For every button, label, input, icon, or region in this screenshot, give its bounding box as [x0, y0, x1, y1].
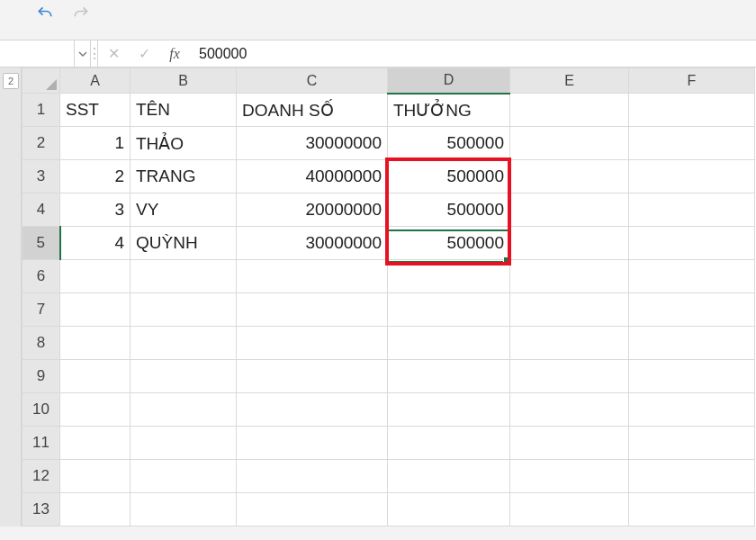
cell[interactable]: [629, 94, 755, 127]
name-box[interactable]: [0, 40, 75, 67]
cell[interactable]: [60, 260, 130, 293]
col-header-f[interactable]: F: [629, 68, 755, 94]
cell[interactable]: [629, 427, 755, 460]
cell[interactable]: [130, 293, 237, 327]
cell[interactable]: [388, 493, 510, 526]
cell[interactable]: 1: [60, 127, 130, 160]
cell[interactable]: [388, 327, 510, 360]
cell[interactable]: [130, 260, 237, 293]
cell[interactable]: [629, 493, 755, 526]
undo-icon[interactable]: [36, 4, 54, 22]
col-header-c[interactable]: C: [237, 68, 388, 94]
redo-icon[interactable]: [72, 4, 90, 22]
cell[interactable]: [510, 427, 629, 460]
cell[interactable]: [510, 94, 629, 127]
row-header[interactable]: 2: [22, 127, 60, 160]
cell[interactable]: 500000: [388, 160, 510, 194]
cell[interactable]: [510, 227, 629, 260]
fx-icon[interactable]: fx: [159, 40, 190, 67]
cell[interactable]: THƯỞNG: [388, 94, 510, 127]
cell[interactable]: [510, 327, 629, 360]
cell[interactable]: SST: [60, 94, 130, 127]
cell[interactable]: 30000000: [237, 127, 388, 160]
cell[interactable]: [510, 393, 629, 427]
cell[interactable]: 500000: [388, 227, 510, 260]
cell[interactable]: [237, 293, 388, 327]
cell[interactable]: [60, 460, 130, 493]
cell[interactable]: [130, 327, 237, 360]
cell[interactable]: [388, 360, 510, 393]
formula-bar-input[interactable]: 500000: [190, 40, 756, 67]
row-header[interactable]: 6: [22, 260, 60, 293]
cell[interactable]: [510, 160, 629, 194]
cell[interactable]: QUỲNH: [130, 227, 237, 260]
cell[interactable]: [388, 427, 510, 460]
cell[interactable]: [237, 393, 388, 427]
cell[interactable]: TÊN: [130, 94, 237, 127]
row-header[interactable]: 8: [22, 327, 60, 360]
worksheet-area[interactable]: 2 A B C D E F 1 SST TÊN DOANH SỐ THƯỞNG …: [0, 68, 756, 526]
cell[interactable]: [629, 293, 755, 327]
row-header[interactable]: 11: [22, 427, 60, 460]
cell[interactable]: 30000000: [237, 227, 388, 260]
col-header-a[interactable]: A: [60, 68, 130, 94]
select-all-corner[interactable]: [22, 68, 60, 94]
row-header[interactable]: 4: [22, 194, 60, 227]
cell[interactable]: [60, 327, 130, 360]
cell[interactable]: VY: [130, 194, 237, 227]
cell[interactable]: [60, 493, 130, 526]
cell[interactable]: [130, 360, 237, 393]
row-header[interactable]: 3: [22, 160, 60, 194]
cell[interactable]: [629, 327, 755, 360]
cell[interactable]: 3: [60, 194, 130, 227]
enter-formula-icon[interactable]: ✓: [129, 40, 159, 67]
cell[interactable]: [629, 360, 755, 393]
cell[interactable]: [629, 127, 755, 160]
col-header-e[interactable]: E: [510, 68, 629, 94]
cell[interactable]: 2: [60, 160, 130, 194]
cell[interactable]: [510, 493, 629, 526]
row-header[interactable]: 5: [22, 227, 60, 260]
cell[interactable]: [510, 127, 629, 160]
cell[interactable]: [629, 194, 755, 227]
cell[interactable]: [510, 293, 629, 327]
row-header[interactable]: 10: [22, 393, 60, 427]
cancel-formula-icon[interactable]: ✕: [98, 40, 129, 67]
cell[interactable]: [60, 360, 130, 393]
cell[interactable]: [237, 327, 388, 360]
spreadsheet-grid[interactable]: A B C D E F 1 SST TÊN DOANH SỐ THƯỞNG 2 …: [22, 68, 755, 526]
cell[interactable]: [237, 427, 388, 460]
cell[interactable]: 4: [60, 227, 130, 260]
row-header[interactable]: 13: [22, 493, 60, 526]
cell[interactable]: 40000000: [237, 160, 388, 194]
cell[interactable]: [510, 194, 629, 227]
cell[interactable]: [510, 260, 629, 293]
cell[interactable]: [60, 393, 130, 427]
cell[interactable]: [130, 460, 237, 493]
cell[interactable]: 500000: [388, 127, 510, 160]
col-header-b[interactable]: B: [130, 68, 237, 94]
row-header[interactable]: 1: [22, 94, 60, 127]
cell[interactable]: [237, 260, 388, 293]
cell[interactable]: DOANH SỐ: [237, 94, 388, 127]
row-header[interactable]: 7: [22, 293, 60, 327]
cell[interactable]: [388, 293, 510, 327]
cell[interactable]: [130, 427, 237, 460]
cell[interactable]: [388, 460, 510, 493]
cell[interactable]: [130, 493, 237, 526]
cell[interactable]: THẢO: [130, 127, 237, 160]
cell[interactable]: [629, 393, 755, 427]
row-header[interactable]: 9: [22, 360, 60, 393]
cell[interactable]: 20000000: [237, 194, 388, 227]
cell[interactable]: [237, 460, 388, 493]
cell[interactable]: [130, 393, 237, 427]
cell[interactable]: [629, 460, 755, 493]
cell[interactable]: TRANG: [130, 160, 237, 194]
cell[interactable]: [510, 460, 629, 493]
cell[interactable]: [388, 393, 510, 427]
cell[interactable]: [629, 160, 755, 194]
cell[interactable]: [237, 493, 388, 526]
cell[interactable]: [237, 360, 388, 393]
cell[interactable]: [60, 427, 130, 460]
row-header[interactable]: 12: [22, 460, 60, 493]
